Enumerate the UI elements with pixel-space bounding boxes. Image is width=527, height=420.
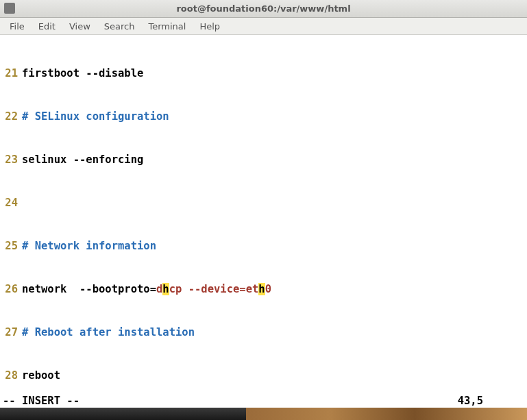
code-line: firstboot --disable: [22, 66, 527, 81]
editor-viewport[interactable]: 21firstboot --disable 22# SELinux config…: [0, 35, 527, 420]
line-number: 25: [0, 239, 22, 254]
menu-edit[interactable]: Edit: [32, 19, 62, 34]
cursor-position: 43,5: [458, 395, 524, 407]
vim-status-bar: -- INSERT -- 43,5: [0, 395, 527, 407]
code-line: reboot: [22, 369, 527, 383]
code-line: network --bootproto=dhcp --device=eth0: [22, 282, 527, 297]
menu-view[interactable]: View: [62, 19, 97, 34]
line-number: 22: [0, 110, 22, 124]
line-number: 24: [0, 196, 22, 210]
menu-file[interactable]: File: [3, 19, 32, 34]
line-number: 21: [0, 66, 22, 81]
line-number: 28: [0, 369, 22, 383]
search-highlight: h: [258, 283, 265, 295]
menu-terminal[interactable]: Terminal: [141, 19, 193, 34]
window-titlebar: root@foundation60:/var/www/html: [0, 0, 527, 18]
line-number: 27: [0, 325, 22, 340]
search-highlight: h: [162, 283, 169, 295]
menu-bar: File Edit View Search Terminal Help: [0, 18, 527, 35]
desktop-taskbar: [0, 408, 527, 420]
vim-mode: -- INSERT --: [3, 395, 79, 407]
desktop-wallpaper-strip: [246, 408, 527, 420]
window-app-icon: [4, 3, 15, 14]
line-number: 26: [0, 282, 22, 297]
code-line: selinux --enforcing: [22, 153, 527, 167]
menu-search[interactable]: Search: [97, 19, 142, 34]
window-title: root@foundation60:/var/www/html: [176, 3, 350, 14]
code-line: # Network information: [22, 239, 527, 254]
menu-help[interactable]: Help: [193, 19, 227, 34]
line-number: 23: [0, 153, 22, 167]
code-line: # Reboot after installation: [22, 325, 527, 340]
code-line: # SELinux configuration: [22, 110, 527, 124]
code-line: [22, 196, 527, 210]
